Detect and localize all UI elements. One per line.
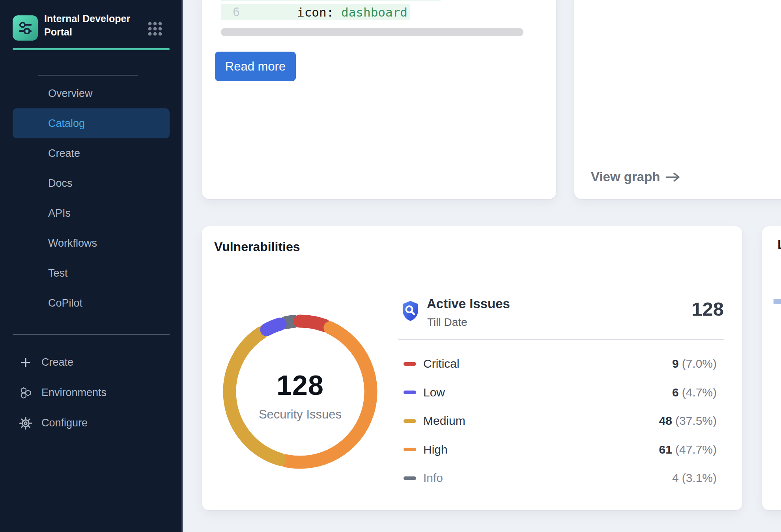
sidebar-bottom-item-label: Configure [41, 417, 88, 429]
legend-row-medium: Medium48(37.5%) [398, 413, 724, 429]
code-line: 6 icon: dashboard [221, 4, 410, 20]
legend-value: 4(3.1%) [672, 471, 724, 485]
sidebar-nav: OverviewCatalogCreateDocsAPIsWorkflowsTe… [13, 78, 170, 318]
legend-value: 6(4.7%) [672, 386, 724, 399]
sidebar-item-label: Overview [48, 87, 93, 100]
sidebar-item-label: Docs [48, 177, 73, 190]
sidebar-item-label: Test [48, 267, 68, 279]
sidebar: Internal Developer Portal OverviewCatalo… [0, 0, 183, 532]
sidebar-item-label: Catalog [48, 117, 85, 130]
active-issues-subtitle: Till Date [427, 316, 467, 329]
divider [398, 339, 724, 340]
legend-swatch [404, 362, 416, 366]
legend-row-info: Info4(3.1%) [398, 470, 724, 486]
apps-grid-icon[interactable] [148, 21, 163, 36]
sidebar-item-label: Workflows [48, 237, 97, 249]
sidebar-item-copilot[interactable]: CoPilot [13, 288, 170, 318]
legend-value: 48(37.5%) [659, 414, 724, 428]
sidebar-bottom-item-label: Environments [41, 387, 106, 399]
legend-row-low: Low6(4.7%) [398, 385, 724, 400]
legend-count: 48 [659, 414, 672, 427]
sidebar-item-apis[interactable]: APIs [13, 198, 170, 228]
legend-swatch [404, 419, 416, 423]
sidebar-item-catalog[interactable]: Catalog [13, 108, 170, 138]
horizontal-scrollbar[interactable] [221, 28, 523, 36]
legend-label: Critical [423, 357, 460, 370]
bar-chart-fragment [774, 299, 781, 304]
legend-swatch [404, 448, 416, 451]
sidebar-item-workflows[interactable]: Workflows [13, 228, 170, 258]
legend-swatch [404, 476, 416, 480]
sidebar-item-test[interactable]: Test [13, 258, 170, 288]
graph-card: View graph [574, 0, 781, 199]
donut-segment-low [267, 324, 280, 329]
sidebar-item-label: CoPilot [48, 297, 82, 309]
sidebar-bottom-nav: CreateEnvironmentsConfigure [13, 347, 170, 438]
legend-value: 9(7.0%) [672, 357, 724, 370]
legend-label: Info [423, 471, 443, 485]
sidebar-divider [13, 334, 170, 335]
code-key: icon: [297, 5, 341, 19]
arrow-right-icon [665, 172, 681, 182]
legend-percentage: (4.7%) [682, 386, 717, 399]
partial-side-card: L [762, 226, 781, 510]
brand-accent-line [13, 48, 170, 50]
sidebar-item-label: Create [48, 147, 80, 160]
code-text: icon: dashboard [297, 4, 407, 20]
sidebar-item-docs[interactable]: Docs [13, 168, 170, 198]
legend-percentage: (37.5%) [675, 414, 717, 427]
active-issues-count: 128 [596, 298, 724, 320]
active-issues-title: Active Issues [427, 296, 510, 311]
shield-scan-icon [401, 299, 420, 322]
sidebar-bottom-item-create[interactable]: Create [13, 347, 170, 378]
sidebar-item-create[interactable]: Create [13, 138, 170, 168]
legend-count: 6 [672, 386, 679, 399]
sidebar-item-label: APIs [48, 207, 71, 219]
view-graph-label: View graph [591, 169, 660, 184]
vulnerabilities-card: Vulnerabilities 128 Security Issues Acti… [202, 226, 742, 510]
environments-icon [19, 386, 32, 400]
card-title: Vulnerabilities [214, 240, 300, 254]
sidebar-bottom-item-environments[interactable]: Environments [13, 378, 170, 408]
legend-label: Low [423, 386, 445, 399]
code-line-number: 6 [233, 4, 240, 20]
sidebar-bottom-item-label: Create [41, 356, 73, 368]
plus-icon [19, 356, 32, 369]
legend-count: 61 [659, 443, 672, 456]
legend-count: 4 [672, 471, 679, 484]
view-graph-link[interactable]: View graph [591, 169, 681, 184]
legend-value: 61(47.7%) [659, 443, 724, 456]
legend-percentage: (3.1%) [682, 471, 717, 484]
donut-segment-critical [300, 321, 324, 326]
gear-icon [19, 417, 32, 430]
read-more-button[interactable]: Read more [215, 52, 296, 81]
app-logo-icon [13, 15, 38, 41]
code-value: dashboard [341, 5, 407, 19]
sidebar-divider [38, 75, 138, 76]
app-root: Internal Developer Portal OverviewCatalo… [0, 0, 781, 532]
legend-label: Medium [423, 414, 465, 428]
legend-percentage: (47.7%) [675, 443, 717, 456]
sidebar-item-overview[interactable]: Overview [13, 78, 170, 108]
legend-row-critical: Critical9(7.0%) [398, 356, 724, 372]
legend-label: High [423, 443, 448, 456]
docs-card: 6 icon: dashboard Read more [202, 0, 556, 199]
donut-total-label: Security Issues [235, 407, 365, 422]
severity-legend: Critical9(7.0%)Low6(4.7%)Medium48(37.5%)… [398, 356, 724, 486]
legend-row-high: High61(47.7%) [398, 442, 724, 458]
legend-swatch [404, 391, 416, 394]
side-card-title: L [777, 237, 781, 252]
sidebar-bottom-item-configure[interactable]: Configure [13, 408, 170, 438]
app-title: Internal Developer Portal [44, 12, 143, 39]
legend-count: 9 [672, 357, 679, 370]
donut-total: 128 [253, 370, 348, 401]
legend-percentage: (7.0%) [682, 357, 717, 370]
code-line-partial [221, 0, 441, 1]
donut-segment-info [286, 322, 293, 323]
